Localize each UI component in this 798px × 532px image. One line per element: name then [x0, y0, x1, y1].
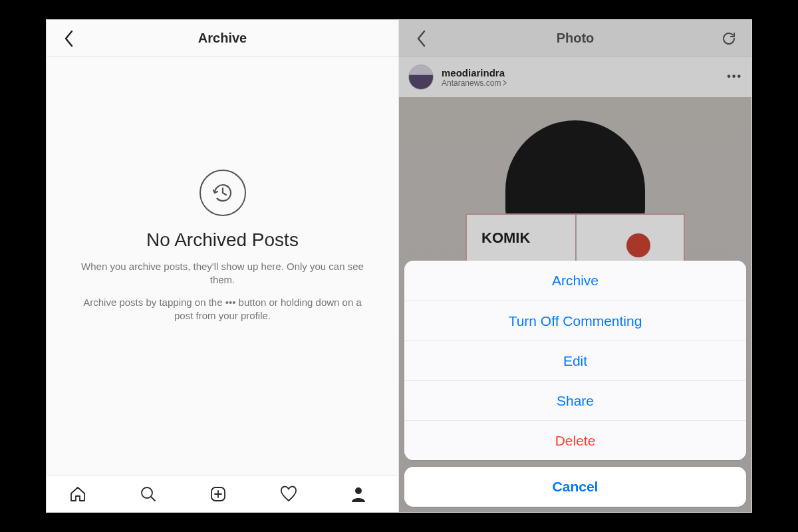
sheet-item-label: Delete	[555, 433, 596, 449]
chevron-left-icon	[416, 30, 427, 47]
sheet-item-label: Turn Off Commenting	[509, 313, 642, 329]
sheet-item-label: Edit	[563, 353, 587, 369]
sheet-edit[interactable]: Edit	[404, 340, 746, 380]
post-location[interactable]: Antaranews.com	[442, 78, 507, 88]
archive-empty-line2: Archive posts by tapping on the ••• butt…	[73, 296, 372, 323]
tab-add[interactable]	[209, 485, 235, 503]
action-sheet-cancel-group: Cancel	[404, 467, 746, 507]
photo-illustration	[626, 233, 650, 257]
post-more-button[interactable]: •••	[727, 70, 742, 82]
profile-icon	[350, 485, 376, 503]
action-sheet-group: Archive Turn Off Commenting Edit Share D…	[404, 261, 746, 460]
post-header: meodiarindra Antaranews.com •••	[399, 57, 751, 97]
action-sheet: Archive Turn Off Commenting Edit Share D…	[404, 261, 746, 507]
archive-header: Archive	[47, 20, 398, 57]
bottom-tabbar	[47, 475, 398, 512]
photo-back-button[interactable]	[403, 20, 440, 57]
refresh-button[interactable]	[710, 20, 747, 57]
sheet-item-label: Cancel	[553, 479, 598, 495]
archive-screen: Archive No Archived Posts When you archi…	[47, 20, 399, 512]
sheet-delete[interactable]: Delete	[404, 420, 746, 460]
tab-activity[interactable]	[279, 485, 306, 503]
chevron-right-small-icon	[503, 80, 507, 86]
post-location-text: Antaranews.com	[442, 78, 501, 88]
add-post-icon	[209, 485, 235, 503]
sheet-item-label: Archive	[552, 273, 598, 289]
photo-header-title: Photo	[557, 31, 595, 46]
search-icon	[139, 485, 166, 503]
home-icon	[68, 485, 95, 503]
tab-profile[interactable]	[350, 485, 376, 503]
sheet-archive[interactable]: Archive	[404, 261, 746, 301]
sheet-cancel[interactable]: Cancel	[404, 467, 746, 507]
photo-header: Photo	[399, 20, 751, 57]
archive-empty-title: No Archived Posts	[146, 229, 299, 251]
archive-history-icon	[200, 170, 246, 216]
dual-screenshot-frame: Archive No Archived Posts When you archi…	[47, 20, 751, 512]
archive-empty-line1: When you archive posts, they'll show up …	[73, 260, 372, 287]
refresh-icon	[721, 31, 737, 47]
sheet-share[interactable]: Share	[404, 380, 746, 420]
sheet-turn-off-commenting[interactable]: Turn Off Commenting	[404, 301, 746, 340]
svg-point-2	[355, 487, 362, 494]
photo-book-title: KOMIK	[481, 229, 530, 247]
archive-header-title: Archive	[198, 31, 247, 46]
sheet-item-label: Share	[557, 393, 594, 409]
archive-empty-state: No Archived Posts When you archive posts…	[47, 57, 398, 475]
tab-search[interactable]	[139, 485, 166, 503]
avatar[interactable]	[408, 65, 434, 90]
back-button[interactable]	[51, 20, 88, 57]
tab-home[interactable]	[68, 485, 95, 503]
more-horizontal-icon: •••	[727, 70, 742, 82]
photo-screen: Photo meodiarindra Antaranews.com •••	[399, 20, 751, 512]
heart-icon	[279, 485, 306, 503]
post-username[interactable]: meodiarindra	[442, 67, 507, 78]
post-header-text: meodiarindra Antaranews.com	[442, 67, 507, 88]
chevron-left-icon	[64, 30, 74, 47]
